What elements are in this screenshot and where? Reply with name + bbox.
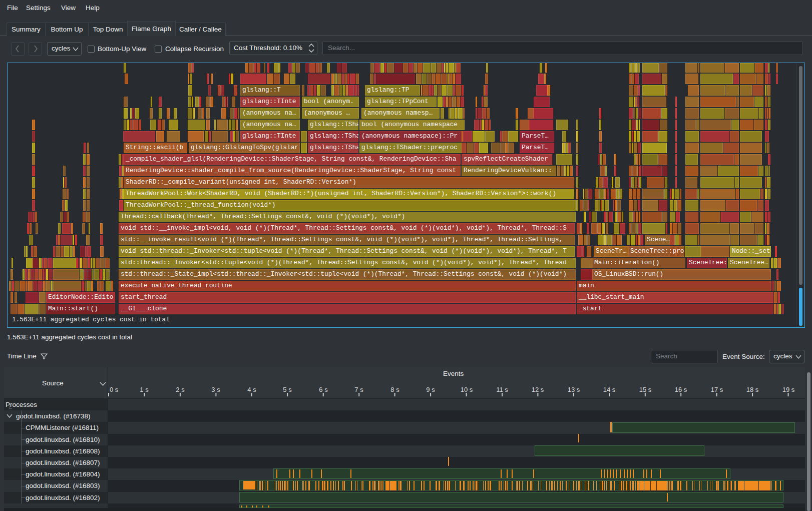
svg-text:18 s: 18 s <box>746 386 759 393</box>
svg-text:6 s: 6 s <box>319 386 328 393</box>
svg-text:5 s: 5 s <box>283 386 292 393</box>
svg-text:3 s: 3 s <box>211 386 220 393</box>
svg-text:9 s: 9 s <box>426 386 435 393</box>
svg-text:2 s: 2 s <box>176 386 185 393</box>
svg-text:17 s: 17 s <box>711 386 723 393</box>
svg-text:0 s: 0 s <box>110 386 119 393</box>
svg-text:14 s: 14 s <box>603 386 616 393</box>
svg-text:1 s: 1 s <box>140 386 149 393</box>
svg-text:12 s: 12 s <box>532 386 544 393</box>
svg-text:4 s: 4 s <box>247 386 256 393</box>
svg-text:19 s: 19 s <box>782 386 795 393</box>
svg-text:7 s: 7 s <box>354 386 363 393</box>
svg-text:15 s: 15 s <box>639 386 652 393</box>
svg-text:13 s: 13 s <box>568 386 580 393</box>
svg-text:11 s: 11 s <box>496 386 508 393</box>
svg-text:10 s: 10 s <box>461 386 473 393</box>
svg-text:8 s: 8 s <box>390 386 399 393</box>
svg-text:16 s: 16 s <box>675 386 687 393</box>
